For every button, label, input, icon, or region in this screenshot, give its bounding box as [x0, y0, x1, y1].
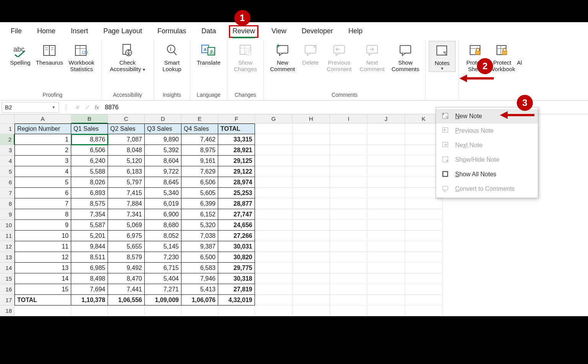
- cell[interactable]: 7,884: [108, 198, 145, 209]
- row-header[interactable]: 12: [0, 241, 15, 252]
- cell[interactable]: [292, 145, 330, 156]
- row-header[interactable]: 7: [0, 188, 15, 198]
- cell[interactable]: [255, 156, 292, 166]
- cell[interactable]: 15: [15, 284, 71, 295]
- cell[interactable]: 5,588: [71, 166, 108, 177]
- cell[interactable]: 33,315: [218, 134, 255, 145]
- column-header[interactable]: F: [218, 114, 255, 123]
- cell[interactable]: 6,152: [181, 209, 218, 220]
- cell[interactable]: 8,470: [108, 273, 145, 284]
- cell[interactable]: Q3 Sales: [145, 123, 181, 134]
- cell[interactable]: 1,10,378: [71, 295, 108, 306]
- cell[interactable]: [255, 241, 292, 252]
- tab-review[interactable]: Review: [229, 25, 258, 38]
- cell[interactable]: [368, 177, 405, 188]
- cell[interactable]: 8,026: [71, 177, 108, 188]
- column-header[interactable]: H: [292, 114, 330, 123]
- cell[interactable]: [330, 273, 368, 284]
- cell[interactable]: 5,655: [108, 241, 145, 252]
- cell[interactable]: 1,09,009: [145, 295, 181, 306]
- cell[interactable]: [292, 306, 330, 316]
- cell[interactable]: [368, 241, 405, 252]
- cell[interactable]: 30,031: [218, 241, 255, 252]
- row-header[interactable]: 18: [0, 306, 15, 316]
- cell[interactable]: [368, 231, 405, 241]
- row-header[interactable]: 11: [0, 231, 15, 241]
- column-header[interactable]: E: [181, 114, 218, 123]
- cell[interactable]: 6,240: [71, 156, 108, 166]
- cell[interactable]: 5,120: [108, 156, 145, 166]
- cell[interactable]: 8,680: [145, 220, 181, 231]
- cell[interactable]: [368, 263, 405, 273]
- cell[interactable]: [405, 198, 443, 209]
- cell[interactable]: [71, 306, 108, 316]
- cell[interactable]: 27,747: [218, 209, 255, 220]
- cell[interactable]: 24,656: [218, 220, 255, 231]
- cell[interactable]: [330, 284, 368, 295]
- cell[interactable]: 1,06,076: [181, 295, 218, 306]
- cell[interactable]: 7,354: [71, 209, 108, 220]
- cell[interactable]: 8,604: [145, 156, 181, 166]
- enter-icon[interactable]: ✓: [82, 104, 92, 111]
- cell[interactable]: 5,340: [145, 188, 181, 198]
- cell[interactable]: [330, 252, 368, 263]
- row-header[interactable]: 17: [0, 295, 15, 306]
- cell[interactable]: [405, 306, 443, 316]
- cell[interactable]: [330, 177, 368, 188]
- spelling-button[interactable]: abc Spelling: [7, 41, 34, 66]
- cell[interactable]: [330, 198, 368, 209]
- cell[interactable]: TOTAL: [218, 123, 255, 134]
- row-header[interactable]: 16: [0, 284, 15, 295]
- cell[interactable]: 6,506: [181, 177, 218, 188]
- smart-lookup-button[interactable]: i Smart Lookup: [157, 41, 187, 73]
- row-header[interactable]: 13: [0, 252, 15, 263]
- cell[interactable]: [292, 295, 330, 306]
- cell[interactable]: 7,230: [145, 252, 181, 263]
- cell[interactable]: [405, 295, 443, 306]
- cell[interactable]: 5: [15, 177, 71, 188]
- cancel-icon[interactable]: ✕: [72, 104, 82, 111]
- cell[interactable]: 1,06,556: [108, 295, 145, 306]
- tab-file[interactable]: File: [8, 26, 24, 37]
- cell[interactable]: 29,125: [218, 156, 255, 166]
- row-header[interactable]: 9: [0, 209, 15, 220]
- cell[interactable]: 8,645: [145, 177, 181, 188]
- cell[interactable]: [255, 145, 292, 156]
- cell[interactable]: 7,271: [145, 284, 181, 295]
- row-header[interactable]: 5: [0, 166, 15, 177]
- cell[interactable]: [368, 145, 405, 156]
- cell[interactable]: 9,387: [181, 241, 218, 252]
- cell[interactable]: Region Number: [15, 123, 71, 134]
- cell[interactable]: 10: [15, 231, 71, 241]
- tab-formulas[interactable]: Formulas: [155, 26, 188, 37]
- cell[interactable]: 7,629: [181, 166, 218, 177]
- column-header[interactable]: A: [15, 114, 71, 123]
- cell[interactable]: 27,266: [218, 231, 255, 241]
- cell[interactable]: [405, 231, 443, 241]
- name-box[interactable]: B2 ▼: [2, 102, 59, 113]
- cell[interactable]: TOTAL: [15, 295, 71, 306]
- cell[interactable]: 6,500: [181, 252, 218, 263]
- fx-icon[interactable]: fx: [92, 104, 102, 110]
- cell[interactable]: 6,019: [145, 198, 181, 209]
- cell[interactable]: 5,069: [108, 220, 145, 231]
- cell[interactable]: 9,161: [181, 156, 218, 166]
- row-header[interactable]: 6: [0, 177, 15, 188]
- cell[interactable]: [292, 284, 330, 295]
- cell[interactable]: [405, 252, 443, 263]
- cell[interactable]: [255, 198, 292, 209]
- cell[interactable]: [330, 209, 368, 220]
- cell[interactable]: [292, 166, 330, 177]
- tab-data[interactable]: Data: [199, 26, 218, 37]
- cell[interactable]: 5,392: [145, 145, 181, 156]
- cell[interactable]: [255, 220, 292, 231]
- cell[interactable]: 1: [15, 134, 71, 145]
- cell[interactable]: 30,820: [218, 252, 255, 263]
- cell[interactable]: 28,877: [218, 198, 255, 209]
- cell[interactable]: [330, 123, 368, 134]
- cell[interactable]: Q1 Sales: [71, 123, 108, 134]
- tab-page-layout[interactable]: Page Layout: [101, 26, 144, 37]
- cell[interactable]: 7,694: [71, 284, 108, 295]
- cell[interactable]: [292, 263, 330, 273]
- cell[interactable]: Q4 Sales: [181, 123, 218, 134]
